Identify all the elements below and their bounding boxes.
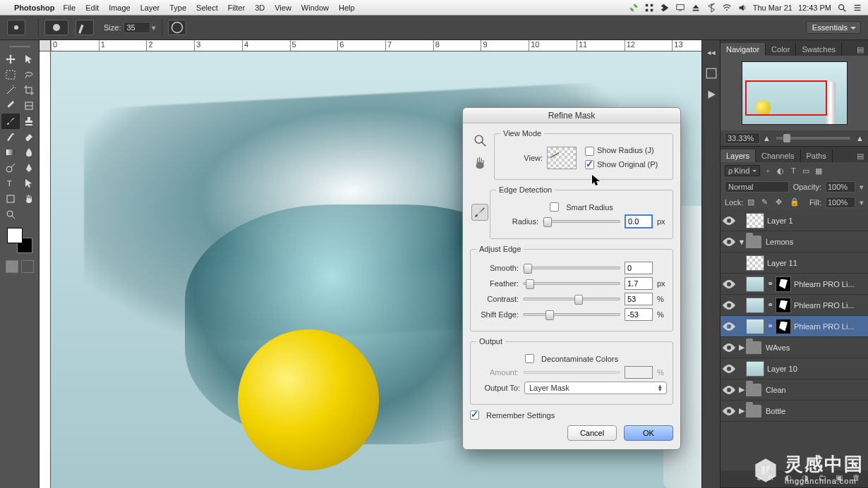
eyedropper-tool[interactable] xyxy=(1,98,20,114)
filter-adjust-icon[interactable]: ◐ xyxy=(776,166,785,176)
dialog-hand-tool[interactable] xyxy=(471,154,488,171)
menu-window[interactable]: Window xyxy=(301,4,329,12)
app-name[interactable]: Photoshop xyxy=(14,4,54,12)
filter-smart-icon[interactable]: ▦ xyxy=(814,166,824,176)
play-icon[interactable] xyxy=(705,88,718,101)
panel-menu-icon[interactable]: ▤ xyxy=(852,150,868,162)
tab-channels[interactable]: Channels xyxy=(756,150,800,162)
menu-file[interactable]: File xyxy=(63,4,76,12)
link-icon[interactable]: ⚭ xyxy=(767,322,776,331)
menu-select[interactable]: Select xyxy=(196,4,218,12)
menu-edit[interactable]: Edit xyxy=(85,4,99,12)
twirl-icon[interactable]: ▶ xyxy=(737,406,746,415)
stamp-tool[interactable] xyxy=(20,114,38,129)
twirl-icon[interactable]: ▶ xyxy=(737,343,746,352)
mask-thumb[interactable] xyxy=(776,276,791,292)
lock-paint-icon[interactable]: ✎ xyxy=(761,197,771,207)
filter-type-icon[interactable]: T xyxy=(788,166,798,176)
pressure-icon[interactable] xyxy=(168,20,186,35)
tab-paths[interactable]: Paths xyxy=(801,150,833,162)
eye-icon[interactable] xyxy=(721,276,737,293)
navigator-thumbnail[interactable] xyxy=(742,61,848,125)
output-to-select[interactable]: Layer Mask▴▾ xyxy=(524,382,667,394)
lock-trans-icon[interactable]: ▨ xyxy=(747,197,757,207)
dropbox-icon[interactable] xyxy=(660,3,670,13)
panel-menu-icon[interactable]: ▤ xyxy=(852,44,868,56)
move-tool[interactable] xyxy=(1,51,20,67)
eye-icon[interactable] xyxy=(721,360,737,377)
layer-thumb[interactable] xyxy=(746,255,764,271)
show-original-check[interactable] xyxy=(585,160,594,169)
view-thumb[interactable] xyxy=(547,147,577,169)
zoom-input[interactable] xyxy=(725,133,760,144)
shift-slider[interactable] xyxy=(523,313,620,316)
show-radius-check[interactable] xyxy=(585,147,594,156)
eye-icon[interactable] xyxy=(721,339,737,356)
mask-thumb[interactable] xyxy=(776,319,791,334)
grid-icon[interactable] xyxy=(644,3,654,13)
eye-icon[interactable] xyxy=(721,318,737,335)
size-dropdown-icon[interactable]: ▾ xyxy=(152,23,156,32)
dodge-tool[interactable] xyxy=(1,160,20,176)
color-swatches[interactable] xyxy=(6,226,34,255)
zoom-tool[interactable] xyxy=(1,207,20,222)
brush-toggle[interactable] xyxy=(76,20,94,35)
feather-input[interactable] xyxy=(625,277,653,290)
shape-tool[interactable] xyxy=(1,191,20,207)
hand-tool[interactable] xyxy=(20,191,38,207)
tab-layers[interactable]: Layers xyxy=(721,150,756,162)
smooth-input[interactable] xyxy=(625,262,653,274)
layer-row[interactable]: ▶Clean xyxy=(721,379,868,401)
layer-thumb[interactable] xyxy=(746,319,764,334)
radius-slider[interactable] xyxy=(543,220,620,223)
menubar-time[interactable]: 12:43 PM xyxy=(798,4,831,12)
feather-slider[interactable] xyxy=(523,282,620,285)
menu-help[interactable]: Help xyxy=(339,4,355,12)
twirl-icon[interactable]: ▶ xyxy=(737,385,746,394)
layer-row[interactable]: ▶Bottle xyxy=(721,401,868,422)
eye-icon[interactable] xyxy=(721,297,737,314)
wifi-icon[interactable] xyxy=(722,3,732,13)
zoom-out-icon[interactable]: ▲ xyxy=(763,134,771,142)
eject-icon[interactable] xyxy=(691,3,701,13)
volume-icon[interactable] xyxy=(737,3,747,13)
layer-row[interactable]: ▼Lemons xyxy=(721,231,868,252)
link-icon[interactable]: ⚭ xyxy=(767,279,776,288)
layer-thumb[interactable] xyxy=(746,276,764,292)
type-tool[interactable]: T xyxy=(1,176,20,191)
dialog-refine-brush[interactable] xyxy=(471,204,488,221)
menu-layer[interactable]: Layer xyxy=(140,4,160,12)
eye-icon[interactable] xyxy=(721,382,737,398)
leaf-icon[interactable] xyxy=(629,3,639,13)
menu-image[interactable]: Image xyxy=(109,4,131,12)
standard-mode[interactable] xyxy=(6,260,18,273)
contrast-slider[interactable] xyxy=(523,298,620,300)
patch-tool[interactable] xyxy=(20,98,38,114)
dialog-zoom-tool[interactable] xyxy=(471,132,488,149)
lasso-tool[interactable] xyxy=(20,67,38,83)
selection-tool[interactable] xyxy=(20,51,38,67)
fill-input[interactable] xyxy=(826,197,855,208)
path-select-tool[interactable] xyxy=(20,176,38,191)
zoom-in-icon[interactable]: ▲ xyxy=(856,134,864,142)
decon-check[interactable] xyxy=(525,354,534,363)
blur-tool[interactable] xyxy=(20,145,38,160)
layer-row[interactable]: ⚭Phlearn PRO Li... xyxy=(721,274,868,295)
layer-thumb[interactable] xyxy=(746,213,764,228)
eye-icon[interactable] xyxy=(721,403,737,420)
menu-view[interactable]: View xyxy=(275,4,291,12)
layer-row[interactable]: Layer 10 xyxy=(721,358,868,379)
layer-thumb[interactable] xyxy=(746,361,764,377)
smart-radius-check[interactable] xyxy=(550,202,559,212)
mask-thumb[interactable] xyxy=(776,298,791,313)
eraser-tool[interactable] xyxy=(20,129,38,145)
eye-icon[interactable] xyxy=(721,212,737,229)
tab-swatches[interactable]: Swatches xyxy=(796,43,842,56)
tool-preset[interactable] xyxy=(7,20,25,35)
history-panel-icon[interactable] xyxy=(705,67,718,80)
rotate-tool[interactable] xyxy=(20,207,38,222)
contrast-input[interactable] xyxy=(625,293,653,305)
menu-type[interactable]: Type xyxy=(169,4,186,12)
remember-check[interactable] xyxy=(470,410,479,420)
layer-row[interactable]: Layer 1 xyxy=(721,210,868,231)
